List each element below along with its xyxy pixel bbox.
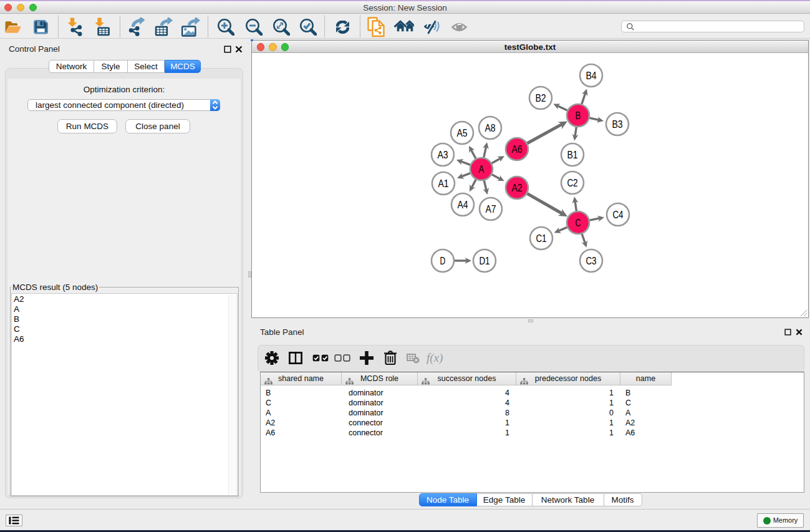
- svg-text:C2: C2: [567, 177, 577, 188]
- svg-text:D: D: [440, 255, 446, 266]
- svg-text:A2: A2: [511, 182, 522, 193]
- svg-text:C3: C3: [586, 255, 596, 266]
- svg-text:f(x): f(x): [427, 352, 443, 365]
- svg-text:C: C: [576, 217, 581, 228]
- svg-text:A5: A5: [456, 127, 467, 138]
- svg-text:B3: B3: [612, 118, 622, 130]
- svg-text:B: B: [576, 110, 581, 121]
- svg-text:A: A: [479, 163, 485, 175]
- svg-text:C4: C4: [612, 209, 623, 220]
- svg-text:B4: B4: [586, 70, 596, 81]
- svg-text:A6: A6: [511, 143, 522, 155]
- svg-text:D1: D1: [479, 255, 489, 266]
- svg-text:A7: A7: [485, 203, 496, 215]
- svg-text:B2: B2: [535, 92, 546, 104]
- svg-text:A4: A4: [457, 199, 468, 210]
- svg-text:A8: A8: [485, 122, 495, 133]
- svg-text:A1: A1: [438, 178, 448, 189]
- svg-text:B1: B1: [567, 149, 577, 160]
- svg-text:A3: A3: [437, 149, 448, 160]
- svg-text:C1: C1: [536, 233, 546, 244]
